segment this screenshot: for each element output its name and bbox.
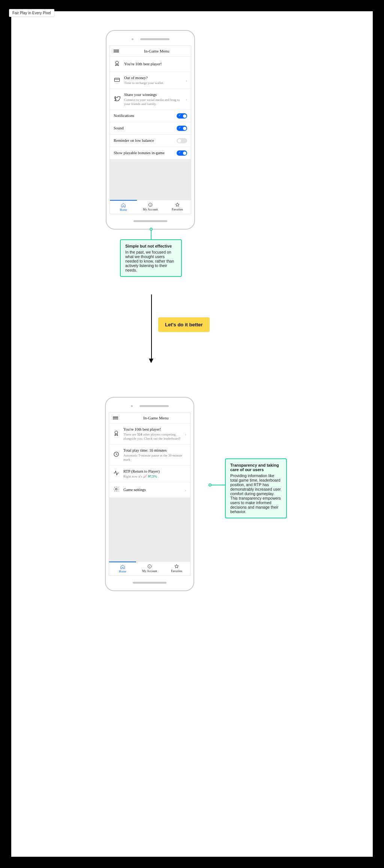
phone-home-indicator (110, 214, 191, 226)
game-settings-row[interactable]: Game settings › (109, 482, 190, 498)
wallet-row[interactable]: Out of money? Time to recharge your wall… (110, 72, 191, 89)
sound-toggle-row: Sound (110, 122, 191, 135)
rank-title: You're 10th best player! (123, 427, 181, 432)
badge-icon (114, 60, 120, 68)
star-icon (175, 202, 180, 207)
cta-label: Let's do it better (158, 317, 210, 332)
rank-sub: There are 324 other players competing al… (123, 432, 181, 441)
reminder-toggle[interactable] (177, 138, 187, 143)
bonuses-toggle[interactable] (177, 150, 187, 156)
home-icon (120, 564, 125, 569)
screen-title: In-Game Menu (143, 416, 169, 420)
hamburger-icon[interactable] (113, 416, 118, 420)
tab-home[interactable]: Home (110, 200, 137, 214)
app-titlebar: In-Game Menu (109, 413, 190, 423)
callout-after: Transparency and taking care of our user… (225, 458, 287, 518)
bonuses-toggle-row: Show playable bonuses in-game (110, 147, 191, 159)
callout-before-title: Simple but not effective (125, 244, 177, 248)
info-icon (147, 564, 152, 569)
svg-point-5 (116, 488, 117, 490)
trend-up-icon: 📈 (143, 475, 148, 478)
bonuses-label: Show playable bonuses in-game (114, 150, 173, 156)
share-row[interactable]: Share your winnings Connect to your soci… (110, 89, 191, 110)
callout-before-body: In the past, we focused on what we thoug… (125, 250, 177, 272)
empty-area (110, 159, 191, 200)
reminder-toggle-row: Reminder on low balance (110, 135, 191, 147)
tab-favorites-label: Favorites (172, 208, 183, 211)
callout-connector (151, 229, 152, 239)
tab-account[interactable]: My Account (136, 562, 163, 575)
phone-home-indicator (109, 576, 190, 587)
phone-screen: In-Game Menu You're 10th best player! Ou… (110, 45, 191, 214)
notifications-toggle-row: Notifications (110, 110, 191, 122)
playtime-title: Total play time: 16 minutes (123, 448, 186, 453)
wallet-sub: Time to recharge your wallet. (124, 81, 182, 85)
project-tag-chip: Fair Play in Every Pixel (9, 9, 54, 17)
rank-text: You're 10th best player! (124, 62, 187, 67)
sound-label: Sound (114, 126, 173, 131)
svg-point-3 (115, 431, 118, 434)
phone-mock-before: In-Game Menu You're 10th best player! Ou… (106, 30, 195, 230)
tab-favorites[interactable]: Favorites (164, 200, 191, 214)
bird-icon (114, 95, 120, 103)
info-icon (148, 202, 153, 207)
notifications-toggle[interactable] (177, 113, 187, 119)
reminder-label: Reminder on low balance (114, 138, 173, 143)
rank-row[interactable]: You're 10th best player! (110, 57, 191, 72)
share-sub: Connect to your social media and brag to… (124, 98, 182, 107)
rtp-row[interactable]: RTP (Return to Player) Right now it's 📈 … (109, 466, 190, 482)
tab-favorites-label: Favorites (171, 569, 182, 573)
chevron-right-icon: › (185, 488, 186, 492)
tab-account-label: My Account (143, 208, 158, 211)
design-canvas: Fair Play in Every Pixel In-Game Menu Yo… (11, 11, 373, 857)
svg-point-0 (116, 61, 118, 64)
callout-connector (210, 485, 225, 485)
rtp-sub: Right now it's 📈 97,5% . (123, 475, 186, 479)
notifications-label: Notifications (114, 113, 173, 119)
callout-before: Simple but not effective In the past, we… (120, 239, 182, 277)
flow-arrow-head (149, 359, 153, 363)
playtime-row[interactable]: Total play time: 16 minutes Automatic 5-… (109, 445, 190, 466)
phone-notch (110, 34, 191, 45)
star-icon (174, 564, 179, 569)
tab-account[interactable]: My Account (137, 200, 164, 214)
tab-home-label: Home (119, 570, 126, 573)
empty-area (109, 498, 190, 562)
sound-toggle[interactable] (177, 126, 187, 131)
activity-icon (113, 470, 120, 478)
rtp-title: RTP (Return to Player) (123, 469, 186, 474)
callout-after-title: Transparency and taking care of our user… (230, 463, 282, 472)
playtime-sub: Automatic 5-minute pause at the 30-minut… (123, 454, 186, 462)
rank-row[interactable]: You're 10th best player! There are 324 o… (109, 423, 190, 445)
hamburger-icon[interactable] (114, 50, 119, 53)
svg-rect-1 (114, 78, 120, 81)
share-title: Share your winnings (124, 92, 182, 98)
tab-favorites[interactable]: Favorites (163, 562, 190, 575)
card-icon (114, 76, 120, 84)
rtp-value: 97,5% (148, 475, 158, 478)
gear-icon (113, 486, 120, 494)
phone-notch (109, 401, 190, 412)
tab-bar: Home My Account Favorites (110, 200, 191, 214)
phone-mock-after: In-Game Menu You're 10th best player! Th… (105, 397, 194, 591)
phone-camera-dot (132, 38, 134, 40)
callout-after-body: Providing information like total game ti… (230, 473, 282, 514)
home-icon (121, 203, 126, 208)
clock-icon (113, 451, 120, 459)
screen-title: In-Game Menu (144, 49, 170, 53)
tab-home[interactable]: Home (109, 562, 136, 575)
chevron-right-icon: › (185, 432, 186, 436)
phone-speaker-bar (140, 38, 170, 40)
tab-home-label: Home (120, 208, 127, 212)
tab-bar: Home My Account Favorites (109, 562, 190, 575)
phone-screen: In-Game Menu You're 10th best player! Th… (109, 412, 190, 576)
flow-arrow-line (151, 294, 152, 360)
chevron-right-icon: › (186, 97, 187, 101)
chevron-right-icon: › (186, 78, 187, 83)
app-titlebar: In-Game Menu (110, 46, 191, 57)
wallet-title: Out of money? (124, 75, 182, 81)
phone-speaker-bar (140, 405, 169, 407)
tab-account-label: My Account (142, 569, 157, 573)
badge-icon (113, 430, 120, 438)
phone-camera-dot (131, 405, 133, 407)
